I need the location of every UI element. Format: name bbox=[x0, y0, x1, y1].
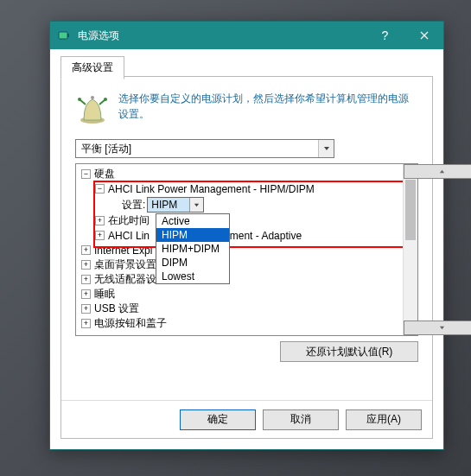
settings-tree[interactable]: − 硬盘 − AHCI Link Power Management - HIPM… bbox=[76, 164, 403, 335]
tab-strip: 高级设置 bbox=[60, 56, 124, 79]
expand-icon[interactable]: + bbox=[81, 304, 91, 314]
setting-value: HIPM bbox=[148, 198, 189, 212]
svg-point-3 bbox=[91, 96, 94, 99]
titlebar: 电源选项 ? bbox=[50, 22, 443, 49]
tree-node-hard-disk[interactable]: − 硬盘 bbox=[76, 167, 403, 181]
power-plan-select[interactable]: 平衡 [活动] bbox=[75, 139, 334, 158]
expand-icon[interactable]: + bbox=[95, 216, 105, 225]
restore-defaults-button[interactable]: 还原计划默认值(R) bbox=[280, 341, 418, 362]
scroll-up-icon[interactable] bbox=[404, 164, 471, 179]
tree-node-usb[interactable]: + USB 设置 bbox=[76, 301, 403, 316]
tree-node-desktop-bg[interactable]: + 桌面背景设置 bbox=[76, 257, 403, 272]
tree-node-ahci-adaptive[interactable]: + AHCI Lin ement - Adaptive bbox=[76, 228, 403, 243]
scroll-down-icon[interactable] bbox=[404, 321, 471, 335]
setting-value-dropdown[interactable]: Active HIPM HIPM+DIPM DIPM Lowest bbox=[156, 213, 230, 284]
collapse-icon[interactable]: − bbox=[95, 184, 105, 194]
power-options-dialog: 电源选项 ? 高级设置 bbox=[49, 21, 444, 450]
intro-row: 选择你要自定义的电源计划，然后选择你希望计算机管理的电源设置。 bbox=[75, 91, 418, 125]
close-button[interactable] bbox=[404, 22, 443, 49]
tree-node-idle-time[interactable]: + 在此时间 bbox=[76, 213, 403, 228]
close-icon bbox=[420, 31, 429, 40]
tab-advanced[interactable]: 高级设置 bbox=[60, 56, 124, 79]
dropdown-option[interactable]: Active bbox=[156, 214, 229, 228]
svg-rect-1 bbox=[67, 34, 69, 37]
dropdown-option[interactable]: DIPM bbox=[156, 256, 229, 270]
dropdown-option[interactable]: HIPM+DIPM bbox=[156, 242, 229, 256]
dropdown-option[interactable]: Lowest bbox=[156, 270, 229, 283]
dialog-button-bar: 确定 取消 应用(A) bbox=[61, 400, 432, 438]
tree-node-ahci-hipm-dipm[interactable]: − AHCI Link Power Management - HIPM/DIPM bbox=[76, 181, 403, 196]
expand-icon[interactable]: + bbox=[81, 319, 91, 328]
intro-text: 选择你要自定义的电源计划，然后选择你希望计算机管理的电源设置。 bbox=[118, 91, 418, 125]
apply-button[interactable]: 应用(A) bbox=[346, 409, 422, 430]
dropdown-option[interactable]: HIPM bbox=[156, 228, 229, 242]
svg-rect-0 bbox=[59, 32, 67, 39]
setting-value-select[interactable]: HIPM bbox=[147, 197, 204, 213]
scroll-thumb[interactable] bbox=[405, 180, 416, 240]
cancel-button[interactable]: 取消 bbox=[263, 409, 339, 430]
power-icon bbox=[57, 29, 71, 42]
expand-icon[interactable]: + bbox=[81, 289, 91, 299]
battery-plan-icon bbox=[75, 91, 110, 125]
help-button[interactable]: ? bbox=[366, 22, 404, 49]
client-area: 高级设置 选择你要自定义的电源计划，然后选择你希望计算机管理的电源设置。 bbox=[50, 49, 443, 449]
tree-node-power-button[interactable]: + 电源按钮和盖子 bbox=[76, 316, 403, 331]
expand-icon[interactable]: + bbox=[81, 275, 91, 284]
svg-point-4 bbox=[78, 98, 81, 101]
expand-icon[interactable]: + bbox=[81, 260, 91, 270]
window-title: 电源选项 bbox=[78, 29, 366, 43]
tree-node-sleep[interactable]: + 睡眠 bbox=[76, 287, 403, 301]
tree-node-wireless[interactable]: + 无线适配器设置 bbox=[76, 272, 403, 287]
collapse-icon[interactable]: − bbox=[81, 169, 91, 179]
expand-icon[interactable]: + bbox=[95, 231, 105, 240]
expand-icon[interactable]: + bbox=[81, 245, 91, 255]
question-icon: ? bbox=[382, 29, 389, 42]
settings-tree-container: − 硬盘 − AHCI Link Power Management - HIPM… bbox=[75, 163, 418, 336]
vertical-scrollbar[interactable] bbox=[403, 164, 417, 335]
chevron-down-icon bbox=[318, 140, 334, 157]
ok-button[interactable]: 确定 bbox=[180, 409, 256, 430]
tree-node-ie[interactable]: + Internet Expl bbox=[76, 243, 403, 257]
tree-node-setting[interactable]: 设置: HIPM bbox=[76, 196, 403, 213]
power-plan-value: 平衡 [活动] bbox=[76, 142, 318, 156]
tab-panel-advanced: 选择你要自定义的电源计划，然后选择你希望计算机管理的电源设置。 平衡 [活动] … bbox=[60, 76, 433, 439]
svg-point-5 bbox=[104, 98, 107, 101]
chevron-down-icon bbox=[189, 198, 203, 212]
